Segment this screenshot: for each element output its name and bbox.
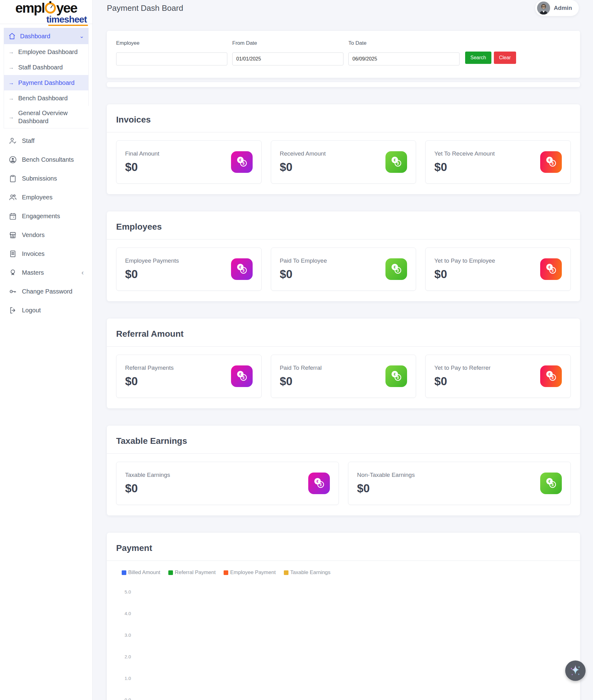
sidebar-menu: Staff Bench Consultants Submissions Empl…: [4, 131, 89, 320]
section-header: Referral Amount: [107, 318, 580, 347]
payment-section: Payment Billed Amount Referral Payment E…: [107, 533, 580, 700]
employee-filter-field: Employee: [116, 40, 227, 65]
search-button[interactable]: Search: [465, 51, 491, 64]
clear-button[interactable]: Clear: [494, 51, 516, 64]
svg-text:$: $: [242, 161, 244, 166]
sidebar-item-label: Staff Dashboard: [18, 63, 63, 71]
stat-value: $0: [280, 161, 326, 174]
section-title: Invoices: [116, 115, 571, 125]
sidebar-item-label: Logout: [22, 307, 84, 314]
sidebar-item-dashboard[interactable]: Dashboard ⌄: [4, 28, 88, 44]
sidebar-item-payment-dashboard[interactable]: → Payment Dashboard: [4, 75, 88, 90]
stat-label: Yet To Receive Amount: [434, 150, 495, 157]
svg-text:$: $: [242, 375, 244, 380]
logo-underline: [48, 25, 88, 26]
admin-menu-button[interactable]: Admin: [535, 0, 579, 16]
sidebar-item-staff[interactable]: Staff: [4, 131, 89, 150]
legend-item-billed-amount[interactable]: Billed Amount: [122, 569, 160, 576]
chevron-left-icon: ‹: [82, 269, 84, 277]
sidebar-item-label: Bench Dashboard: [18, 94, 68, 102]
sidebar-item-label: Submissions: [22, 175, 84, 182]
sidebar-item-vendors[interactable]: Vendors: [4, 226, 89, 245]
empty-strip-card: [107, 82, 580, 87]
payment-chart[interactable]: 5.0 4.0 3.0 2.0 1.0 0.0: [116, 584, 571, 700]
y-axis-tick: 4.0: [119, 611, 131, 616]
y-axis-tick: 0.0: [119, 697, 131, 700]
stat-label: Received Amount: [280, 150, 326, 157]
user-circle-icon: [9, 156, 17, 164]
section-header: Taxable Earnings: [107, 426, 580, 454]
sidebar-item-general-overview-dashboard[interactable]: → General Overview Dashboard: [4, 106, 89, 128]
calendar-icon: [9, 212, 17, 220]
stat-row: Referral Payments $0 €$ Paid To Referral…: [107, 347, 580, 398]
received-amount-card: Received Amount $0 €$: [271, 140, 416, 184]
assistant-fab-button[interactable]: [565, 660, 586, 681]
from-date-input[interactable]: [232, 52, 344, 65]
legend-item-referral-payment[interactable]: Referral Payment: [168, 569, 215, 576]
page-title: Payment Dash Board: [107, 3, 183, 13]
sidebar: emplyee timesheet Dashboard ⌄ → Employee…: [0, 0, 93, 700]
sidebar-item-engagements[interactable]: Engagements: [4, 207, 89, 226]
stat-value: $0: [357, 482, 415, 495]
sidebar-item-label: Masters: [22, 269, 77, 276]
sidebar-item-label: Employee Dashboard: [18, 48, 78, 56]
svg-text:$: $: [552, 161, 554, 166]
svg-text:$: $: [397, 268, 399, 272]
stat-value: $0: [434, 375, 490, 388]
stat-value: $0: [280, 375, 322, 388]
app-window: emplyee timesheet Dashboard ⌄ → Employee…: [0, 0, 593, 700]
legend-item-taxable-earnings[interactable]: Taxable Earnings: [284, 569, 330, 576]
stat-value: $0: [125, 375, 173, 388]
stat-row: Final Amount $0 €$ Received Amount $0 €$…: [107, 132, 580, 184]
stat-label: Employee Payments: [125, 257, 179, 264]
sidebar-item-masters[interactable]: Masters ‹: [4, 263, 89, 282]
sidebar-item-staff-dashboard[interactable]: → Staff Dashboard: [4, 59, 88, 75]
svg-text:$: $: [552, 268, 554, 272]
non-taxable-earnings-card: Non-Taxable Earnings $0 €$: [348, 462, 571, 505]
sidebar-item-label: Bench Consultants: [22, 156, 84, 163]
svg-text:$: $: [552, 482, 554, 487]
dashboard-group: Dashboard ⌄ → Employee Dashboard → Staff…: [4, 28, 89, 128]
sidebar-item-change-password[interactable]: Change Password: [4, 282, 89, 301]
app-logo[interactable]: emplyee timesheet: [0, 0, 92, 24]
section-title: Referral Amount: [116, 329, 571, 339]
sidebar-item-logout[interactable]: Logout: [4, 301, 89, 320]
referral-amount-section: Referral Amount Referral Payments $0 €$ …: [107, 318, 580, 408]
section-header: Employees: [107, 211, 580, 239]
logo-employee-text: emplyee: [15, 1, 77, 15]
sidebar-item-label: Dashboard: [20, 33, 75, 40]
stat-value: $0: [434, 161, 495, 174]
sidebar-item-bench-consultants[interactable]: Bench Consultants: [4, 150, 89, 169]
legend-swatch: [122, 570, 126, 575]
sidebar-item-submissions[interactable]: Submissions: [4, 169, 89, 188]
to-date-field: To Date: [348, 40, 460, 65]
svg-text:$: $: [242, 268, 244, 272]
legend-item-employee-payment[interactable]: Employee Payment: [224, 569, 276, 576]
coins-icon: €$: [308, 473, 330, 494]
employee-input[interactable]: [116, 52, 227, 65]
stat-value: $0: [434, 268, 495, 281]
main-area: Payment Dash Board Admin Employee From D…: [93, 0, 593, 700]
y-axis-tick: 3.0: [119, 632, 131, 638]
section-title: Taxable Earnings: [116, 436, 571, 446]
sidebar-item-employee-dashboard[interactable]: → Employee Dashboard: [4, 44, 88, 59]
coins-icon: €$: [386, 258, 407, 280]
sidebar-item-bench-dashboard[interactable]: → Bench Dashboard: [4, 90, 88, 106]
arrow-right-icon: →: [8, 95, 14, 101]
sidebar-item-label: Engagements: [22, 213, 84, 220]
legend-label: Billed Amount: [128, 569, 160, 576]
stat-label: Non-Taxable Earnings: [357, 472, 415, 478]
store-icon: [9, 231, 17, 239]
sidebar-item-employees[interactable]: Employees: [4, 188, 89, 207]
to-date-input[interactable]: [348, 52, 460, 65]
employees-section: Employees Employee Payments $0 €$ Paid T…: [107, 211, 580, 301]
sidebar-item-label: Staff: [22, 137, 84, 144]
logout-icon: [9, 306, 17, 314]
home-icon: [8, 32, 16, 40]
stat-label: Yet to Pay to Referrer: [434, 364, 490, 371]
section-header: Invoices: [107, 104, 580, 132]
logo-text-left: empl: [15, 1, 44, 15]
final-amount-card: Final Amount $0 €$: [116, 140, 262, 184]
sidebar-item-invoices[interactable]: Invoices: [4, 245, 89, 263]
sidebar-item-label: Payment Dashboard: [18, 79, 74, 87]
